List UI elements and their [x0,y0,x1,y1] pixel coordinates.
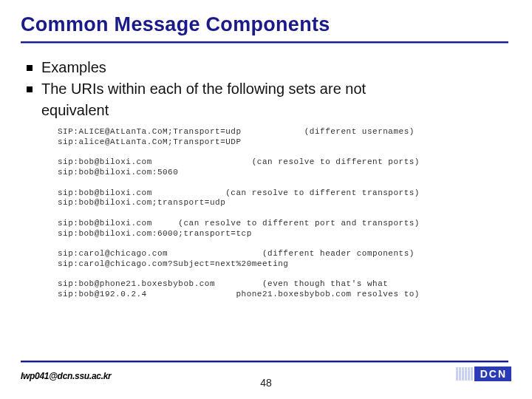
list-item: The URIs within each of the following se… [27,79,499,99]
slide: Common Message Components Examples The U… [0,0,532,399]
bullet-text-cont: equivalent [27,100,499,120]
bullet-icon [27,86,33,92]
footer-divider [21,361,508,362]
logo-text: DCN [474,366,511,381]
bullet-text: Examples [41,58,106,78]
bullet-text: The URIs within each of the following se… [41,79,366,99]
logo-bars-icon [456,367,473,381]
dcn-logo: DCN [456,366,511,381]
code-examples: SIP:ALICE@AtLanTa.CoM;Transport=udp (dif… [58,127,494,300]
page-number: 48 [0,377,532,389]
list-item: Examples [27,58,499,78]
title-underline [21,41,508,43]
bullet-list: Examples The URIs within each of the fol… [27,58,499,120]
page-title: Common Message Components [21,13,330,36]
bullet-icon [27,65,33,71]
